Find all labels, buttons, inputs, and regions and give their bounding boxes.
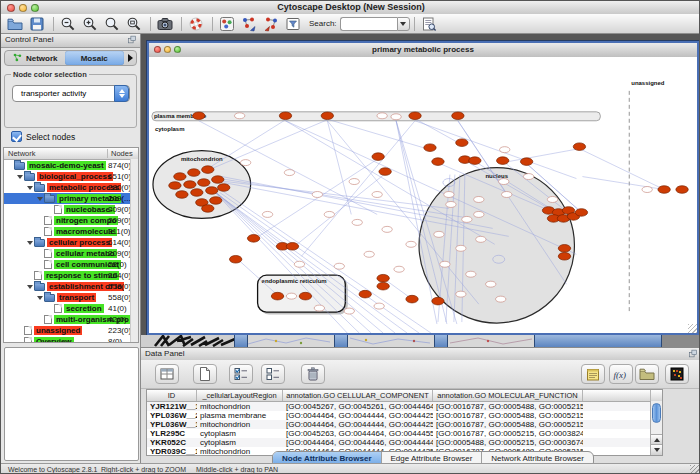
table-column-header[interactable] xyxy=(583,390,651,401)
notepad-button[interactable] xyxy=(581,364,605,384)
tree-row[interactable]: establishment of lo558(0) xyxy=(4,281,138,292)
vizmapper-button[interactable] xyxy=(217,15,237,33)
tree-row[interactable]: response to stimul264(0) xyxy=(4,270,138,281)
network-node-selected[interactable] xyxy=(497,157,509,165)
save-session-button[interactable] xyxy=(27,15,47,33)
select-edges-tool-button[interactable] xyxy=(261,15,281,33)
tree-row[interactable]: multi-organism pro42(0) xyxy=(4,314,138,325)
network-edge[interactable] xyxy=(212,120,328,169)
network-node-selected[interactable] xyxy=(432,158,444,166)
network-node-selected[interactable] xyxy=(191,189,203,197)
table-column-header[interactable]: ID xyxy=(147,390,197,401)
matrix-button[interactable] xyxy=(665,364,689,384)
network-node[interactable] xyxy=(502,192,512,198)
tree-row[interactable]: cellular metabo209(0) xyxy=(4,248,138,259)
network-node[interactable] xyxy=(234,113,244,119)
network-node[interactable] xyxy=(382,226,392,232)
dropdown-stepper-icon[interactable] xyxy=(114,85,129,102)
network-node-selected[interactable] xyxy=(230,255,242,263)
node-color-dropdown[interactable]: transporter activity xyxy=(12,85,130,102)
network-node-selected[interactable] xyxy=(409,112,421,120)
disclosure-triangle-icon[interactable] xyxy=(36,197,44,201)
network-node-selected[interactable] xyxy=(377,274,389,282)
scrollbar-thumb[interactable] xyxy=(652,403,661,423)
network-edge[interactable] xyxy=(417,120,462,145)
network-node-selected[interactable] xyxy=(247,235,259,243)
network-node[interactable] xyxy=(334,263,344,269)
network-node-selected[interactable] xyxy=(210,197,222,205)
network-edge[interactable] xyxy=(256,159,379,239)
network-node-selected[interactable] xyxy=(377,282,389,290)
network-node-selected[interactable] xyxy=(169,182,181,190)
help-button[interactable] xyxy=(186,15,206,33)
network-node[interactable] xyxy=(456,245,466,251)
network-node-selected[interactable] xyxy=(193,112,205,120)
network-node-selected[interactable] xyxy=(198,179,210,187)
search-options-button[interactable] xyxy=(419,15,439,33)
network-node-selected[interactable] xyxy=(271,292,283,300)
tree-scrollbar[interactable] xyxy=(130,159,138,342)
network-node-selected[interactable] xyxy=(573,143,585,151)
select-attributes-button[interactable] xyxy=(229,364,253,384)
float-panel-icon[interactable] xyxy=(688,349,698,358)
tree-header[interactable]: Network Nodes xyxy=(4,148,138,160)
float-panel-icon[interactable] xyxy=(127,35,137,44)
network-node[interactable] xyxy=(286,293,296,299)
network-node-selected[interactable] xyxy=(206,187,218,195)
network-node-selected[interactable] xyxy=(176,191,188,199)
zoom-out-button[interactable] xyxy=(58,15,78,33)
attribute-grid-button[interactable] xyxy=(155,364,179,384)
network-node[interactable] xyxy=(284,170,294,176)
network-node[interactable] xyxy=(462,216,472,222)
network-node[interactable] xyxy=(486,281,496,287)
network-edge[interactable] xyxy=(503,149,580,163)
network-node-selected[interactable] xyxy=(452,112,464,120)
table-row[interactable]: YJR121W__1mitochondrion[GO:0045267, GO:0… xyxy=(147,402,662,411)
table-column-header[interactable]: annotation.GO MOLECULAR_FUNCTION xyxy=(433,390,583,401)
network-node-selected[interactable] xyxy=(321,112,333,120)
open-folder-button[interactable] xyxy=(635,364,659,384)
open-file-button[interactable] xyxy=(5,15,25,33)
network-node[interactable] xyxy=(314,305,324,311)
network-node[interactable] xyxy=(446,201,456,207)
network-node[interactable] xyxy=(456,291,466,297)
network-node[interactable] xyxy=(312,192,322,198)
disclosure-triangle-icon[interactable] xyxy=(16,175,24,179)
network-node-selected[interactable] xyxy=(520,158,532,166)
network-edge[interactable] xyxy=(220,179,471,219)
tree-row[interactable]: metabolic process280(0) xyxy=(4,182,138,193)
network-node[interactable] xyxy=(344,308,354,314)
network-node[interactable] xyxy=(406,241,416,247)
tab-mosaic[interactable]: Mosaic xyxy=(65,51,125,65)
network-edge[interactable] xyxy=(329,120,430,150)
network-node[interactable] xyxy=(240,160,250,166)
network-node[interactable] xyxy=(294,261,304,267)
network-node[interactable] xyxy=(474,211,484,217)
plasma-membrane-region[interactable] xyxy=(152,112,600,121)
network-node[interactable] xyxy=(500,147,510,153)
tree-row[interactable]: secretion41(0) xyxy=(4,303,138,314)
network-node[interactable] xyxy=(364,251,374,257)
table-column-header[interactable]: _cellularLayoutRegion xyxy=(197,390,283,401)
window-titlebar[interactable]: Cytoscape Desktop (New Session) xyxy=(1,1,700,15)
network-node-selected[interactable] xyxy=(432,297,444,305)
network-node-selected[interactable] xyxy=(218,184,230,192)
tree-row[interactable]: macromolecule311(0) xyxy=(4,226,138,237)
network-node[interactable] xyxy=(394,266,404,272)
network-node[interactable] xyxy=(352,219,362,225)
disclosure-triangle-icon[interactable] xyxy=(36,296,44,300)
network-node[interactable] xyxy=(377,113,387,119)
network-view-svg[interactable]: plasma membranecytoplasmmitochondrionnuc… xyxy=(149,57,697,333)
network-node[interactable] xyxy=(372,192,382,198)
tree-row[interactable]: nitrogen compo209(0) xyxy=(4,215,138,226)
network-node-selected[interactable] xyxy=(658,186,670,194)
network-node[interactable] xyxy=(466,271,476,277)
zoom-in-button[interactable] xyxy=(80,15,100,33)
network-node-selected[interactable] xyxy=(202,166,214,174)
network-node[interactable] xyxy=(434,231,444,237)
tree-row[interactable]: biological_process651(0) xyxy=(4,171,138,182)
network-node[interactable] xyxy=(642,187,652,193)
snapshot-button[interactable] xyxy=(155,15,175,33)
table-row[interactable]: YPL036W__2plasma membrane[GO:0044464, GO… xyxy=(147,411,662,420)
network-canvas[interactable]: plasma membranecytoplasmmitochondrionnuc… xyxy=(149,57,697,333)
